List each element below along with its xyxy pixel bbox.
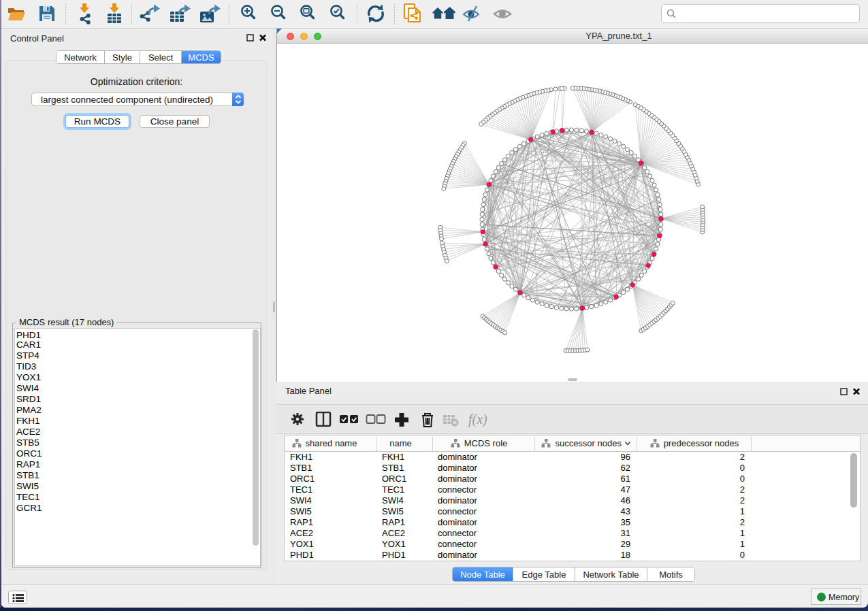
svg-text:f(x): f(x) bbox=[468, 412, 487, 427]
